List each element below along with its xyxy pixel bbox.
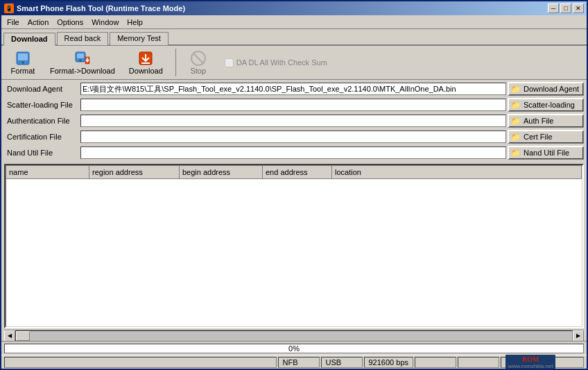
auth-file-input[interactable] xyxy=(80,115,506,127)
status-cell-usb: USB xyxy=(321,357,363,368)
nand-util-row: Nand Util File 📁 Nand Util File xyxy=(4,145,584,160)
nand-util-button[interactable]: 📁 Nand Util File xyxy=(508,146,584,160)
table-body xyxy=(6,179,582,326)
toolbar-right: DA DL All With Check Sum xyxy=(225,58,327,67)
svg-point-5 xyxy=(79,59,82,62)
title-bar: 📱 Smart Phone Flash Tool (Runtime Trace … xyxy=(1,1,587,15)
format-icon xyxy=(15,50,31,67)
progress-text: 0% xyxy=(288,344,300,353)
tab-download[interactable]: Download xyxy=(3,33,55,46)
auth-file-button[interactable]: 📁 Auth File xyxy=(508,114,584,128)
title-buttons: ─ □ ✕ xyxy=(548,3,584,13)
format-download-label: Format->Download xyxy=(50,67,115,75)
svg-rect-4 xyxy=(77,53,84,58)
format-label: Format xyxy=(11,67,35,75)
cert-file-button[interactable]: 📁 Cert File xyxy=(508,130,584,144)
menu-file[interactable]: File xyxy=(3,17,24,28)
status-cell-4 xyxy=(415,357,456,368)
file-table: name region address begin address end ad… xyxy=(4,164,584,328)
scatter-loading-label: Scatter-loading File xyxy=(4,101,80,109)
scroll-track[interactable] xyxy=(15,330,573,342)
format-download-icon xyxy=(74,50,91,67)
status-cell-nfb: NFB xyxy=(278,357,320,368)
cert-file-row: Certification File 📁 Cert File xyxy=(4,129,584,144)
scroll-left-button[interactable]: ◀ xyxy=(4,330,15,342)
title-bar-left: 📱 Smart Phone Flash Tool (Runtime Trace … xyxy=(4,3,185,13)
download-label: Download xyxy=(129,67,163,75)
stop-label: Stop xyxy=(190,67,206,75)
download-agent-input[interactable] xyxy=(80,83,506,95)
stop-button: Stop xyxy=(184,49,212,76)
scatter-loading-row: Scatter-loading File 📁 Scatter-loading xyxy=(4,97,584,112)
menu-bar: File Action Options Window Help xyxy=(1,15,587,29)
menu-options[interactable]: Options xyxy=(53,17,87,28)
nand-util-label: Nand Util File xyxy=(4,149,80,157)
menu-window[interactable]: Window xyxy=(87,17,123,28)
svg-rect-1 xyxy=(18,53,28,60)
col-region-address: region address xyxy=(89,166,180,178)
menu-action[interactable]: Action xyxy=(24,17,53,28)
toolbar: Format Format->Download xyxy=(1,46,587,80)
progress-area: 0% xyxy=(1,341,587,355)
status-cell-6: ROM www.romzhijia.net xyxy=(501,357,584,368)
progress-bar: 0% xyxy=(4,344,584,353)
close-button[interactable]: ✕ xyxy=(573,3,584,13)
checksum-label: DA DL All With Check Sum xyxy=(225,58,327,67)
status-bar: NFB USB 921600 bps ROM www.romzhijia.net xyxy=(1,355,587,369)
format-button[interactable]: Format xyxy=(6,49,40,76)
logo-url: www.romzhijia.net xyxy=(508,363,553,369)
tab-bar: Download Read back Memory Test xyxy=(1,29,587,46)
main-window: 📱 Smart Phone Flash Tool (Runtime Trace … xyxy=(0,0,588,370)
toolbar-separator xyxy=(175,49,176,76)
table-inner: name region address begin address end ad… xyxy=(6,165,582,327)
scroll-right-button[interactable]: ▶ xyxy=(573,330,584,342)
col-end-address: end address xyxy=(263,166,332,178)
col-name: name xyxy=(6,166,89,178)
horizontal-scrollbar: ◀ ▶ xyxy=(4,330,584,341)
status-cell-5 xyxy=(458,357,499,368)
app-icon: 📱 xyxy=(4,3,14,13)
cert-file-input[interactable] xyxy=(80,131,506,143)
status-cell-0 xyxy=(4,357,277,368)
maximize-button[interactable]: □ xyxy=(560,3,571,13)
status-cell-bps: 921600 bps xyxy=(364,357,414,368)
scroll-thumb[interactable] xyxy=(16,331,30,341)
logo-rom: ROM xyxy=(522,355,539,363)
menu-help[interactable]: Help xyxy=(123,17,147,28)
folder-icon: 📁 xyxy=(511,85,521,94)
scatter-loading-input[interactable] xyxy=(80,99,506,111)
tab-memory-test[interactable]: Memory Test xyxy=(110,32,168,45)
window-title: Smart Phone Flash Tool (Runtime Trace Mo… xyxy=(17,4,185,12)
col-location: location xyxy=(332,166,582,178)
checksum-text: DA DL All With Check Sum xyxy=(236,58,327,67)
cert-file-label: Certification File xyxy=(4,133,80,141)
download-button[interactable]: Download xyxy=(125,49,167,76)
stop-icon xyxy=(190,50,207,67)
svg-point-2 xyxy=(21,61,24,64)
download-icon xyxy=(137,50,154,67)
col-begin-address: begin address xyxy=(180,166,263,178)
download-agent-row: Download Agent 📁 Download Agent xyxy=(4,81,584,96)
download-agent-label: Download Agent xyxy=(4,85,80,93)
window-body: File Action Options Window Help Download… xyxy=(1,15,587,369)
download-agent-button[interactable]: 📁 Download Agent xyxy=(508,82,584,96)
folder-icon-5: 📁 xyxy=(511,149,521,158)
folder-icon-4: 📁 xyxy=(511,133,521,142)
minimize-button[interactable]: ─ xyxy=(548,3,559,13)
scatter-loading-button[interactable]: 📁 Scatter-loading xyxy=(508,98,584,112)
folder-icon-3: 📁 xyxy=(511,117,521,126)
form-area: Download Agent 📁 Download Agent Scatter-… xyxy=(1,80,587,162)
format-download-button[interactable]: Format->Download xyxy=(46,49,119,76)
folder-icon-2: 📁 xyxy=(511,101,521,110)
svg-line-11 xyxy=(193,53,204,64)
nand-util-input[interactable] xyxy=(80,146,506,159)
auth-file-row: Authentication File 📁 Auth File xyxy=(4,113,584,128)
auth-file-label: Authentication File xyxy=(4,117,80,125)
table-header: name region address begin address end ad… xyxy=(6,166,582,179)
checksum-checkbox[interactable] xyxy=(225,58,234,67)
tab-readback[interactable]: Read back xyxy=(57,32,109,45)
